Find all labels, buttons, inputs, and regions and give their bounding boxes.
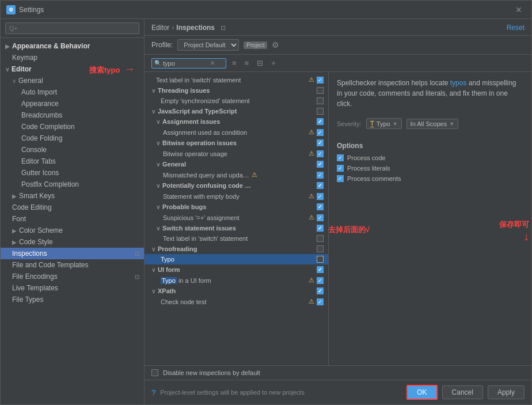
sidebar-item-label: Editor bbox=[12, 65, 32, 73]
insp-checkbox[interactable] bbox=[317, 161, 324, 168]
sidebar-item-postfix-completion[interactable]: Postfix Completion bbox=[1, 179, 144, 190]
sidebar-item-appearance-editor[interactable]: Appearance bbox=[1, 98, 144, 109]
sidebar-item-file-encodings[interactable]: File Encodings ⊡ bbox=[1, 271, 144, 282]
insp-checkbox[interactable] bbox=[317, 235, 324, 242]
insp-checkbox[interactable] bbox=[317, 214, 324, 221]
filter-button-3[interactable]: ⊟ bbox=[254, 58, 265, 69]
insp-checkbox[interactable] bbox=[317, 203, 324, 210]
insp-item-check-node[interactable]: Check node test ⚠ bbox=[145, 296, 328, 307]
insp-item-js-ts[interactable]: ∨ JavaScript and TypeScript bbox=[145, 106, 328, 116]
process-literals-checkbox[interactable] bbox=[337, 165, 344, 172]
insp-checkbox[interactable] bbox=[317, 225, 324, 232]
filter-button-2[interactable]: ≡ bbox=[242, 58, 252, 69]
insp-item-switch-issues[interactable]: ∨ Switch statement issues bbox=[145, 223, 328, 233]
arrow-icon: ∨ bbox=[156, 183, 160, 189]
insp-item-threading[interactable]: ∨ Threading issues bbox=[145, 85, 328, 96]
sidebar-item-label: Breadcrumbs bbox=[21, 111, 62, 119]
insp-checkbox[interactable] bbox=[317, 266, 324, 273]
severity-select[interactable]: T̲ Typo ▼ bbox=[366, 118, 402, 129]
severity-value: Typo bbox=[377, 120, 390, 127]
disable-inspections-checkbox[interactable] bbox=[151, 369, 158, 376]
insp-checkbox[interactable] bbox=[317, 193, 324, 200]
insp-checkbox[interactable] bbox=[317, 139, 324, 146]
insp-checkbox[interactable] bbox=[317, 77, 324, 84]
arrow-icon: ∨ bbox=[151, 246, 155, 252]
sidebar-item-appearance[interactable]: ▶ Appearance & Behavior bbox=[1, 40, 144, 52]
sidebar-item-gutter-icons[interactable]: Gutter Icons bbox=[1, 167, 144, 179]
process-code-checkbox[interactable] bbox=[337, 154, 344, 161]
profile-select[interactable]: Project Default bbox=[177, 39, 239, 51]
process-comments-checkbox[interactable] bbox=[337, 175, 344, 182]
insp-checkbox[interactable] bbox=[317, 287, 324, 294]
cancel-button[interactable]: Cancel bbox=[442, 385, 483, 399]
sidebar-item-console[interactable]: Console bbox=[1, 144, 144, 156]
insp-item-typo[interactable]: Typo bbox=[145, 254, 328, 264]
sidebar-item-file-code-templates[interactable]: File and Code Templates bbox=[1, 259, 144, 271]
insp-item-bitwise-issues[interactable]: ∨ Bitwise operation issues bbox=[145, 138, 328, 148]
insp-checkbox[interactable] bbox=[317, 118, 324, 125]
insp-item-switch-text[interactable]: Text label in 'switch' statement bbox=[145, 233, 328, 244]
filter-button-4[interactable]: + bbox=[269, 58, 278, 69]
reset-button[interactable]: Reset bbox=[507, 24, 525, 32]
insp-item-ui-form[interactable]: ∨ UI form bbox=[145, 264, 328, 275]
insp-item-potentially-confusing[interactable]: ∨ Potentially confusing code constru bbox=[145, 180, 328, 191]
sidebar-item-code-style[interactable]: ▶ Code Style bbox=[1, 236, 144, 248]
sidebar-item-file-types[interactable]: File Types bbox=[1, 294, 144, 305]
insp-checkbox[interactable] bbox=[317, 87, 324, 94]
insp-checkbox[interactable] bbox=[317, 172, 324, 179]
severity-typo-icon: T̲ bbox=[370, 120, 374, 127]
insp-checkbox[interactable] bbox=[317, 298, 324, 305]
sidebar-item-breadcrumbs[interactable]: Breadcrumbs bbox=[1, 109, 144, 121]
insp-item-typo-ui[interactable]: Typo in a UI form ⚠ bbox=[145, 275, 328, 286]
sidebar-item-editor-tabs[interactable]: Editor Tabs bbox=[1, 156, 144, 167]
insp-item-probable-bugs[interactable]: ∨ Probable bugs bbox=[145, 202, 328, 212]
left-search-input[interactable] bbox=[5, 22, 139, 34]
sidebar-item-font[interactable]: Font bbox=[1, 213, 144, 225]
insp-checkbox[interactable] bbox=[317, 256, 324, 263]
insp-checkbox[interactable] bbox=[317, 182, 324, 189]
clear-search-button[interactable]: ✕ bbox=[210, 60, 215, 66]
insp-checkbox[interactable] bbox=[317, 129, 324, 136]
sidebar-item-code-editing[interactable]: Code Editing bbox=[1, 202, 144, 213]
insp-label: Potentially confusing code constru bbox=[162, 182, 254, 189]
sidebar-item-label: File and Code Templates bbox=[12, 261, 89, 269]
sidebar-item-keymap[interactable]: Keymap bbox=[1, 52, 144, 63]
insp-item-mismatched[interactable]: Mismatched query and update of ... ⚠ bbox=[145, 169, 328, 180]
scope-select[interactable]: In All Scopes ▼ bbox=[406, 119, 459, 129]
insp-item-text-label-switch[interactable]: Text label in 'switch' statement ⚠ bbox=[145, 74, 328, 85]
insp-item-general[interactable]: ∨ General bbox=[145, 159, 328, 169]
insp-checkbox[interactable] bbox=[317, 108, 324, 115]
sidebar-item-editor[interactable]: ∨ Editor bbox=[1, 63, 144, 75]
arrow-icon: ▶ bbox=[5, 43, 10, 50]
insp-checkbox[interactable] bbox=[317, 245, 324, 252]
apply-button[interactable]: Apply bbox=[488, 385, 525, 399]
insp-item-assignment-issues[interactable]: ∨ Assignment issues bbox=[145, 116, 328, 127]
sidebar-item-code-folding[interactable]: Code Folding bbox=[1, 133, 144, 144]
sidebar-item-general[interactable]: ∨ General bbox=[1, 75, 144, 86]
insp-checkbox[interactable] bbox=[317, 97, 324, 104]
sidebar-item-live-templates[interactable]: Live Templates bbox=[1, 282, 144, 294]
insp-item-assign-condition[interactable]: Assignment used as condition ⚠ bbox=[145, 127, 328, 138]
sidebar-item-auto-import[interactable]: Auto Import bbox=[1, 86, 144, 98]
sidebar-item-inspections[interactable]: Inspections ⊡ bbox=[1, 248, 144, 259]
filter-button-1[interactable]: ≡ bbox=[230, 58, 239, 69]
sidebar-item-color-scheme[interactable]: ▶ Color Scheme bbox=[1, 225, 144, 236]
insp-checkbox[interactable] bbox=[317, 150, 324, 157]
inspection-search-input[interactable] bbox=[163, 60, 209, 67]
profile-gear-button[interactable]: ⚙ bbox=[272, 40, 279, 50]
insp-item-xpath[interactable]: ∨ XPath bbox=[145, 286, 328, 296]
insp-item-proofreading[interactable]: ∨ Proofreading bbox=[145, 244, 328, 254]
dialog-title: Settings bbox=[19, 6, 512, 14]
insp-item-empty-sync[interactable]: Empty 'synchronized' statement bbox=[145, 96, 328, 106]
insp-item-bitwise-usage[interactable]: Bitwise operator usage ⚠ bbox=[145, 148, 328, 159]
option-label: Process literals bbox=[347, 165, 390, 172]
close-button[interactable]: ✕ bbox=[512, 4, 526, 16]
insp-checkbox[interactable] bbox=[317, 277, 324, 284]
sidebar-item-smart-keys[interactable]: ▶ Smart Keys bbox=[1, 190, 144, 202]
sidebar-item-code-completion[interactable]: Code Completion bbox=[1, 121, 144, 133]
insp-item-empty-body[interactable]: Statement with empty body ⚠ bbox=[145, 191, 328, 202]
arrow-icon: ∨ bbox=[156, 119, 160, 125]
ok-button[interactable]: OK bbox=[406, 385, 437, 400]
insp-label: General bbox=[162, 161, 317, 168]
insp-item-suspicious-plus[interactable]: Suspicious '=+' assignment ⚠ bbox=[145, 212, 328, 223]
